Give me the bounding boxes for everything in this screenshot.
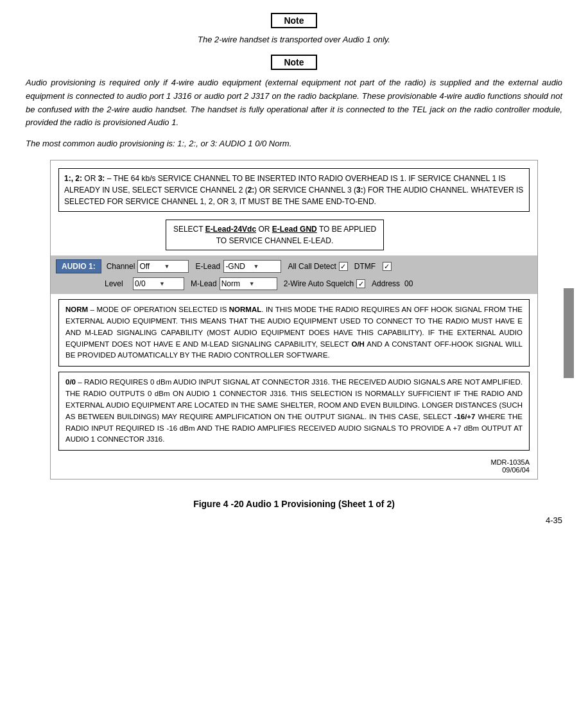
all-call-label: All Call Detect (288, 262, 336, 271)
diagram-outer: 1:, 2: OR 3: – THE 64 kb/s SERVICE CHANN… (50, 160, 538, 480)
address-label: Address (372, 279, 400, 288)
figure-caption: Figure 4 -20 Audio 1 Provisioning (Sheet… (26, 499, 562, 509)
select-note-wrapper: SELECT E-Lead-24Vdc OR E-Lead GND TO BE … (51, 217, 537, 255)
channel-dropdown[interactable]: Off ▼ (137, 260, 189, 273)
level-label: Level (105, 279, 130, 288)
mlead-label: M-Lead (191, 279, 217, 288)
elead-label: E-Lead (195, 262, 221, 271)
select-note-box: SELECT E-Lead-24Vdc OR E-Lead GND TO BE … (166, 220, 384, 250)
mlead-dropdown[interactable]: Norm ▼ (220, 277, 277, 290)
all-call-checkbox[interactable] (339, 262, 348, 271)
audio-row-1: AUDIO 1: Channel Off ▼ E-Lead -GND ▼ All… (56, 258, 532, 275)
level-arrow: ▼ (159, 281, 182, 287)
wire-squelch-checkbox[interactable] (356, 279, 365, 288)
note1-container: Note (26, 13, 562, 32)
dtmf-checkbox[interactable] (383, 262, 392, 271)
channel-label: Channel (107, 262, 135, 271)
mlead-arrow: ▼ (249, 281, 275, 287)
channel-arrow: ▼ (164, 263, 187, 270)
note1-box: Note (271, 13, 316, 28)
mdr-ref: MDR-1035A09/06/04 (51, 458, 537, 479)
common-text: The most common audio provisioning is: 1… (26, 139, 562, 148)
level-dropdown[interactable]: 0/0 ▼ (133, 277, 184, 290)
page-number: 4-35 (26, 515, 562, 525)
dtmf-label: DTMF (354, 262, 380, 271)
right-side-tab (564, 288, 574, 378)
audio-row-container: AUDIO 1: Channel Off ▼ E-Lead -GND ▼ All… (51, 255, 537, 294)
audio-row-2: Level 0/0 ▼ M-Lead Norm ▼ 2-Wire Auto Sq… (56, 276, 532, 291)
audio-prov-text: Audio provisioning is required only if 4… (26, 76, 562, 130)
norm-box: NORM – MODE OF OPERATION SELECTED IS NOR… (58, 299, 530, 367)
elead-arrow: ▼ (253, 263, 279, 270)
note2-box: Note (271, 55, 316, 70)
info-box-top: 1:, 2: OR 3: – THE 64 kb/s SERVICE CHANN… (58, 168, 530, 212)
address-value: 00 (404, 279, 413, 288)
elead-dropdown[interactable]: -GND ▼ (223, 260, 281, 273)
diagram-wrapper: 1:, 2: OR 3: – THE 64 kb/s SERVICE CHANN… (26, 160, 562, 480)
note2-container: Note (26, 55, 562, 74)
note1-text: The 2-wire handset is transported over A… (26, 35, 562, 44)
wire-squelch-label: 2-Wire Auto Squelch (284, 279, 354, 288)
audio-label: AUDIO 1: (56, 259, 101, 273)
zero-box: 0/0 – RADIO REQUIRES 0 dBm AUDIO INPUT S… (58, 372, 530, 451)
